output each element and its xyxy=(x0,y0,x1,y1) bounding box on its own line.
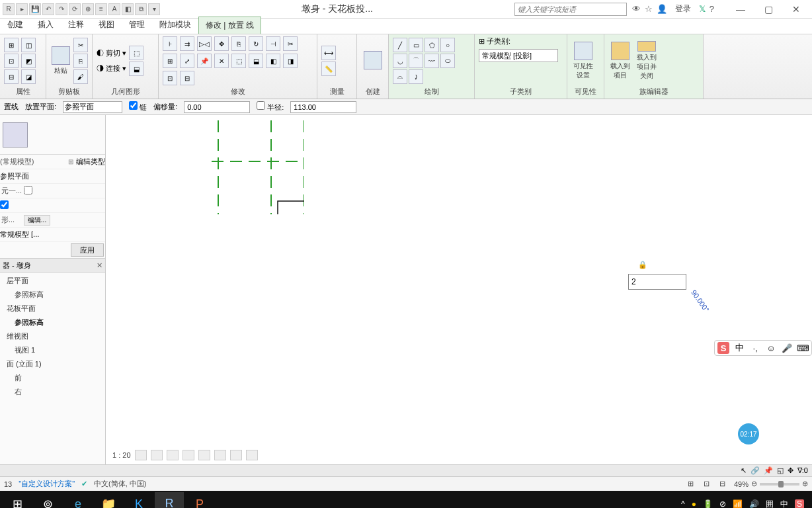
tray-icon[interactable]: ● xyxy=(692,499,696,508)
lock-icon[interactable]: 🔒 xyxy=(638,261,647,269)
tab-manage[interactable]: 管理 xyxy=(122,16,152,34)
dimension-input[interactable] xyxy=(628,274,686,290)
view-tab-icon[interactable]: ⊟ xyxy=(718,480,727,489)
select-icon[interactable]: ↖ xyxy=(741,466,747,475)
tree-item[interactable]: 层平面 xyxy=(1,274,104,288)
zoom-control[interactable]: 49% ⊖ ⊕ xyxy=(734,480,808,488)
select-pin-icon[interactable]: 📌 xyxy=(764,466,773,475)
select-face-icon[interactable]: ◱ xyxy=(777,466,784,475)
prop-check[interactable] xyxy=(0,200,9,209)
prop-btn[interactable]: ◫ xyxy=(21,38,36,52)
edit-type-button[interactable]: 编辑类型 xyxy=(76,157,105,167)
select-link-icon[interactable]: 🔗 xyxy=(751,466,760,475)
canvas[interactable]: 🔒 90.000° S 中 ·, ☺ 🎤 ⌨ 02:17 1 : 20 xyxy=(106,115,812,464)
qat-undo-icon[interactable]: ↶ xyxy=(42,3,54,15)
tree-item[interactable]: 参照标高 xyxy=(1,288,104,302)
load-project-button[interactable]: 载入到 项目 xyxy=(608,41,632,81)
tree-item[interactable]: 花板平面 xyxy=(1,302,104,316)
tray-up-icon[interactable]: ^ xyxy=(681,499,685,508)
mod-btn[interactable]: ⬚ xyxy=(231,54,246,68)
pin-icon[interactable]: 📌 xyxy=(197,54,212,68)
prop-btn[interactable]: ◩ xyxy=(21,54,36,68)
prop-check[interactable] xyxy=(24,186,32,194)
dimension-icon[interactable]: 📏 xyxy=(321,62,336,76)
copy-icon[interactable]: ⎘ xyxy=(73,54,88,68)
qat-btn[interactable]: ⊕ xyxy=(82,3,94,15)
qat-btn[interactable]: ⧉ xyxy=(135,3,147,15)
detail-level-icon[interactable] xyxy=(135,450,147,460)
subcategory-input[interactable] xyxy=(479,49,558,62)
tree-item[interactable]: 面 (立面 1) xyxy=(1,357,104,371)
rotate-icon[interactable]: ↻ xyxy=(249,36,263,51)
ime-icon[interactable]: 囲 xyxy=(766,499,774,509)
measure-icon[interactable]: ⟷ xyxy=(321,46,336,60)
ellipse-arc-icon[interactable]: ⌓ xyxy=(393,69,407,84)
tree-item-active[interactable]: 参照标高 xyxy=(1,316,104,329)
ppt-icon[interactable]: P xyxy=(185,492,214,508)
move-icon[interactable]: ✥ xyxy=(214,36,229,51)
view-cascade-icon[interactable]: ⊡ xyxy=(702,480,711,489)
edit-type-icon[interactable]: ⊞ xyxy=(68,158,73,165)
qat-save-icon[interactable]: 💾 xyxy=(29,3,41,15)
rect-icon[interactable]: ▭ xyxy=(409,38,423,52)
radius-input[interactable] xyxy=(290,101,356,113)
tree-item[interactable]: 右 xyxy=(1,385,104,399)
scale-label[interactable]: 1 : 20 xyxy=(112,451,131,459)
copy-icon[interactable]: ⎘ xyxy=(231,36,246,51)
cut-button[interactable]: ◐ 剪切 ▾ xyxy=(97,48,126,58)
tray-icon[interactable]: ⊘ xyxy=(719,499,726,508)
sogou-icon[interactable]: S xyxy=(717,342,729,354)
mod-btn[interactable]: ◨ xyxy=(283,54,298,68)
mod-btn[interactable]: ◧ xyxy=(266,54,280,68)
align-icon[interactable]: ⊦ xyxy=(163,36,177,51)
zoom-in-icon[interactable]: ⊕ xyxy=(802,480,808,488)
binoculars-icon[interactable]: 👁 xyxy=(632,4,641,14)
crop-region-icon[interactable] xyxy=(214,450,226,460)
qat-btn[interactable]: R xyxy=(3,3,15,15)
tree-item[interactable]: 前 xyxy=(1,371,104,385)
qat-btn[interactable]: ◧ xyxy=(122,3,134,15)
split-icon[interactable]: ✂ xyxy=(283,36,298,51)
type-properties-icon[interactable]: ⊡ xyxy=(4,54,19,68)
radius-checkbox[interactable]: 半径: xyxy=(257,101,284,112)
qat-dropdown-icon[interactable]: ▾ xyxy=(148,3,160,15)
qat-redo-icon[interactable]: ↷ xyxy=(56,3,67,15)
status-lang[interactable]: 中文(简体, 中国) xyxy=(94,479,146,489)
minimize-button[interactable]: — xyxy=(727,2,754,17)
tab-addins[interactable]: 附加模块 xyxy=(152,16,198,34)
cut-icon[interactable]: ✂ xyxy=(73,38,88,52)
polygon-icon[interactable]: ⬠ xyxy=(425,38,439,52)
wifi-icon[interactable]: 📶 xyxy=(733,499,743,508)
tab-modify-place-line[interactable]: 修改 | 放置 线 xyxy=(198,17,261,34)
star-icon[interactable]: ☆ xyxy=(645,4,653,14)
circle-icon[interactable]: ○ xyxy=(440,38,455,52)
geom-btn[interactable]: ⬚ xyxy=(129,46,143,60)
edge-icon[interactable]: e xyxy=(63,492,93,508)
drawing-canvas[interactable] xyxy=(106,115,304,214)
lang-cn-icon[interactable]: 中 xyxy=(733,342,745,354)
revit-icon[interactable]: R xyxy=(155,492,184,508)
tab-view[interactable]: 视图 xyxy=(91,16,122,34)
mod-btn[interactable]: ⊡ xyxy=(163,71,177,85)
type-selector[interactable] xyxy=(0,115,105,155)
edit-button[interactable]: 编辑... xyxy=(24,215,50,226)
paste-button[interactable]: 粘贴 xyxy=(50,41,71,81)
line-icon[interactable]: ╱ xyxy=(393,38,407,52)
kugou-icon[interactable]: K xyxy=(124,492,153,508)
qat-open-icon[interactable]: ▸ xyxy=(16,3,28,15)
crop-icon[interactable] xyxy=(198,450,210,460)
search-input[interactable] xyxy=(514,3,627,16)
visibility-button[interactable]: 可见性 设置 xyxy=(571,41,595,81)
tab-insert[interactable]: 插入 xyxy=(30,16,61,34)
ime-toolbar[interactable]: S 中 ·, ☺ 🎤 ⌨ xyxy=(714,340,812,356)
keyboard-icon[interactable]: ⌨ xyxy=(797,342,809,354)
visual-style-icon[interactable] xyxy=(151,450,163,460)
qat-btn[interactable]: ⟳ xyxy=(69,3,81,15)
mod-btn[interactable]: ⬓ xyxy=(249,54,263,68)
sogou-tray-icon[interactable]: S xyxy=(795,499,804,508)
view-tile-icon[interactable]: ⊞ xyxy=(686,480,696,489)
mirror-icon[interactable]: ▷◁ xyxy=(197,36,212,51)
volume-icon[interactable]: 🔊 xyxy=(749,499,759,508)
status-scheme[interactable]: "自定义设计方案" xyxy=(19,479,75,489)
delete-icon[interactable]: ✕ xyxy=(214,54,229,68)
